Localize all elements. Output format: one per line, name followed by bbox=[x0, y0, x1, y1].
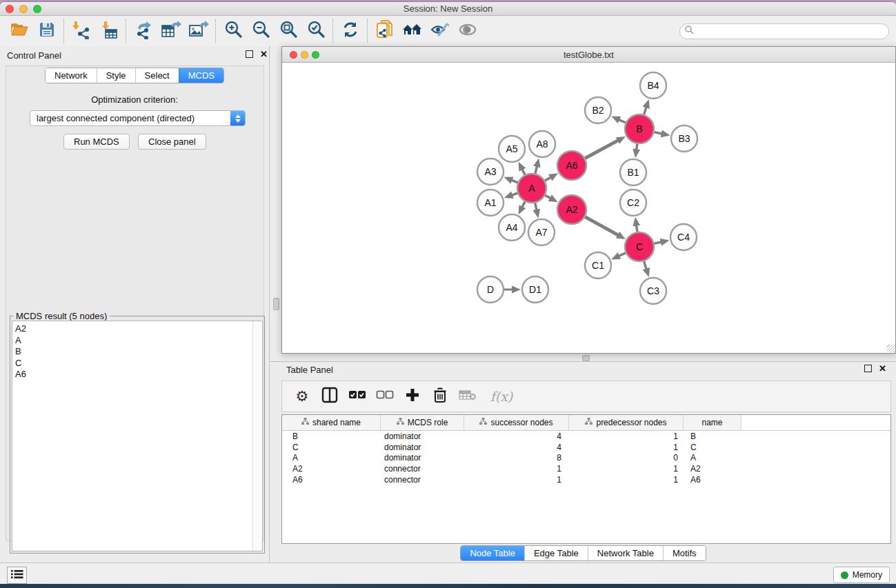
edge-A-A4[interactable] bbox=[522, 202, 526, 208]
memory-button[interactable]: Memory bbox=[833, 567, 890, 583]
edge-A-A7[interactable] bbox=[535, 203, 537, 210]
column-header-predecessor-nodes[interactable]: predecessor nodes bbox=[569, 415, 684, 430]
search-input[interactable] bbox=[694, 26, 888, 37]
node-A5[interactable]: A5 bbox=[499, 136, 525, 162]
show-task-history-button[interactable] bbox=[7, 567, 27, 584]
function-builder-button[interactable]: f(x) bbox=[486, 386, 517, 407]
resize-grip[interactable] bbox=[887, 345, 895, 352]
close-panel-icon[interactable]: ✕ bbox=[260, 50, 268, 58]
tab-mcds[interactable]: MCDS bbox=[179, 68, 223, 83]
export-image-button[interactable] bbox=[185, 18, 212, 44]
import-table-button[interactable] bbox=[95, 18, 123, 44]
desktop-vertical-scrollbar[interactable] bbox=[273, 46, 279, 354]
network-window-titlebar[interactable]: testGlobe.txt bbox=[282, 47, 895, 63]
edge-A2-C[interactable] bbox=[585, 217, 619, 236]
edge-C-C2[interactable] bbox=[636, 225, 637, 232]
node-D[interactable]: D bbox=[477, 276, 504, 303]
edge-A-A6[interactable] bbox=[545, 177, 551, 181]
table-row[interactable]: A2connector11A2 bbox=[282, 463, 890, 474]
node-B[interactable]: B bbox=[625, 114, 654, 143]
edge-B-B4[interactable] bbox=[644, 106, 647, 114]
close-table-panel-icon[interactable]: ✕ bbox=[879, 365, 886, 372]
column-header-shared-name[interactable]: shared name bbox=[282, 415, 381, 430]
edge-A-A3[interactable] bbox=[511, 180, 518, 183]
add-row-button[interactable] bbox=[404, 386, 421, 407]
node-A4[interactable]: A4 bbox=[499, 214, 525, 241]
edge-A-A8[interactable] bbox=[535, 165, 537, 173]
node-B3[interactable]: B3 bbox=[671, 125, 697, 152]
result-list-scrollbar[interactable] bbox=[252, 321, 262, 551]
save-session-button[interactable] bbox=[33, 18, 61, 44]
tab-edge-table[interactable]: Edge Table bbox=[524, 546, 588, 560]
column-header-MCDS-role[interactable]: MCDS role bbox=[381, 415, 464, 430]
table-row[interactable]: Bdominator41B bbox=[282, 431, 890, 442]
delete-table-button[interactable] bbox=[459, 386, 477, 407]
export-table-button[interactable] bbox=[157, 18, 185, 44]
table-row[interactable]: A6connector11A6 bbox=[282, 474, 890, 485]
search-field[interactable] bbox=[679, 23, 889, 39]
edge-B-B1[interactable] bbox=[637, 144, 637, 151]
column-header-name[interactable]: name bbox=[684, 415, 741, 430]
tab-node-table[interactable]: Node Table bbox=[461, 546, 524, 560]
run-mcds-button[interactable]: Run MCDS bbox=[63, 134, 130, 150]
window-titlebar[interactable]: Session: New Session bbox=[0, 2, 896, 16]
edge-A-A2[interactable] bbox=[545, 195, 551, 199]
tab-select[interactable]: Select bbox=[135, 68, 179, 83]
mcds-result-list[interactable]: A2ABCA6 bbox=[12, 321, 263, 551]
close-panel-button[interactable]: Close panel bbox=[138, 134, 206, 150]
node-table[interactable]: shared nameMCDS rolesuccessor nodesprede… bbox=[281, 414, 891, 544]
open-file-button[interactable] bbox=[6, 18, 33, 44]
show-all-button[interactable] bbox=[454, 18, 481, 44]
show-columns-button[interactable] bbox=[321, 386, 339, 407]
tab-network-table[interactable]: Network Table bbox=[588, 546, 663, 560]
new-network-from-selection-button[interactable] bbox=[371, 18, 399, 44]
apply-layout-button[interactable] bbox=[337, 18, 364, 44]
edge-B-B2[interactable] bbox=[618, 119, 626, 123]
import-network-button[interactable] bbox=[68, 18, 95, 44]
node-A[interactable]: A bbox=[517, 174, 546, 203]
result-list-item[interactable]: B bbox=[12, 346, 252, 358]
table-row[interactable]: Cdominator41C bbox=[282, 442, 890, 453]
desktop-horizontal-scrollbar[interactable] bbox=[270, 354, 896, 361]
table-row[interactable]: Adominator80A bbox=[282, 453, 890, 464]
criterion-dropdown[interactable]: largest connected component (directed) bbox=[30, 110, 246, 126]
tab-motifs[interactable]: Motifs bbox=[663, 546, 706, 560]
node-B2[interactable]: B2 bbox=[585, 97, 611, 123]
node-A3[interactable]: A3 bbox=[477, 159, 504, 185]
node-A8[interactable]: A8 bbox=[529, 131, 555, 157]
node-D1[interactable]: D1 bbox=[522, 276, 548, 303]
node-A6[interactable]: A6 bbox=[557, 151, 586, 180]
network-graph[interactable]: A5A8A3A1A4A7AA6A2B2B4BB3B1C2CC4C1C3DD1 bbox=[282, 63, 895, 353]
delete-rows-button[interactable] bbox=[431, 386, 449, 407]
select-all-rows-button[interactable] bbox=[348, 386, 366, 407]
node-C3[interactable]: C3 bbox=[640, 278, 666, 304]
hide-selected-button[interactable] bbox=[426, 18, 454, 44]
node-A7[interactable]: A7 bbox=[528, 219, 555, 245]
float-table-panel-icon[interactable] bbox=[864, 365, 872, 372]
tab-network[interactable]: Network bbox=[46, 68, 97, 83]
zoom-in-button[interactable] bbox=[219, 18, 247, 44]
edge-B-B3[interactable] bbox=[655, 132, 663, 134]
table-settings-button[interactable]: ⚙ bbox=[293, 386, 311, 407]
result-list-item[interactable]: A bbox=[12, 335, 252, 347]
float-panel-icon[interactable] bbox=[246, 50, 253, 58]
zoom-out-button[interactable] bbox=[247, 18, 275, 44]
edge-C-C4[interactable] bbox=[654, 242, 661, 243]
edge-A-A1[interactable] bbox=[511, 193, 517, 195]
network-canvas[interactable]: A5A8A3A1A4A7AA6A2B2B4BB3B1C2CC4C1C3DD1 bbox=[282, 63, 895, 353]
zoom-fit-button[interactable] bbox=[275, 18, 302, 44]
first-neighbors-button[interactable] bbox=[399, 18, 426, 44]
node-A1[interactable]: A1 bbox=[477, 190, 504, 216]
node-C1[interactable]: C1 bbox=[585, 252, 611, 278]
edge-C-C3[interactable] bbox=[644, 261, 647, 270]
node-C4[interactable]: C4 bbox=[670, 224, 697, 250]
tab-style[interactable]: Style bbox=[97, 68, 135, 83]
unselect-all-rows-button[interactable] bbox=[376, 386, 394, 407]
node-C2[interactable]: C2 bbox=[620, 190, 646, 216]
node-A2[interactable]: A2 bbox=[557, 195, 586, 224]
network-view-window[interactable]: testGlobe.txt A5A8A3A1A4A7AA6A2B2B4BB3B1… bbox=[281, 46, 896, 354]
node-B1[interactable]: B1 bbox=[620, 159, 646, 185]
edge-C-C1[interactable] bbox=[618, 253, 626, 256]
node-C[interactable]: C bbox=[625, 232, 654, 261]
column-header-successor-nodes[interactable]: successor nodes bbox=[464, 415, 569, 430]
